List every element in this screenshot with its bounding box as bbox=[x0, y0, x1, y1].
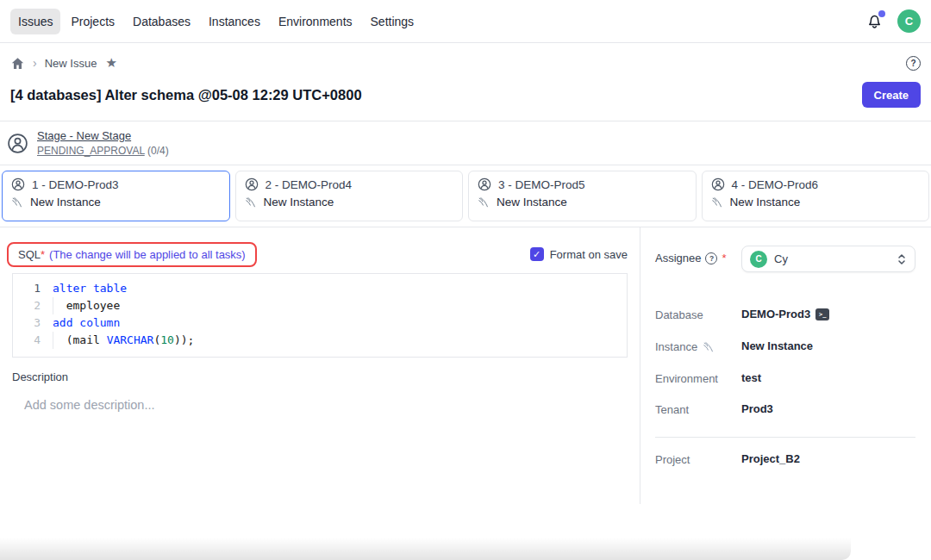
db-engine-icon bbox=[245, 196, 257, 208]
assignee-avatar: C bbox=[750, 251, 767, 268]
description-label: Description bbox=[12, 370, 68, 383]
approver-icon bbox=[711, 177, 725, 191]
environment-label: Environment bbox=[655, 372, 718, 385]
stage-section: Stage - New Stage PENDING_APPROVAL (0/4) bbox=[0, 121, 931, 165]
help-icon[interactable]: ? bbox=[906, 56, 921, 71]
nav-item-issues[interactable]: Issues bbox=[10, 9, 60, 34]
assignee-value: Cy bbox=[774, 252, 890, 265]
code-line: 4 (mail VARCHAR(10)); bbox=[13, 332, 627, 349]
instance-label: Instance bbox=[655, 340, 715, 353]
db-engine-icon bbox=[11, 196, 23, 208]
format-on-save-label: Format on save bbox=[550, 248, 628, 261]
sql-label-annotation-box: SQL* (The change will be applied to all … bbox=[7, 242, 257, 267]
bottom-shade bbox=[0, 538, 851, 560]
select-chevrons-icon bbox=[897, 252, 907, 266]
task-title: 3 - DEMO-Prod5 bbox=[498, 178, 585, 191]
task-subtitle: New Instance bbox=[30, 196, 101, 208]
code-line: 2 employee bbox=[13, 297, 627, 314]
environment-value: test bbox=[741, 371, 761, 384]
panel-hr bbox=[655, 437, 915, 438]
db-engine-icon bbox=[703, 341, 715, 353]
breadcrumb-current[interactable]: New Issue bbox=[45, 57, 97, 70]
assignee-label: Assignee bbox=[655, 252, 701, 264]
approver-icon bbox=[7, 133, 28, 154]
required-asterisk: * bbox=[722, 252, 726, 264]
required-asterisk: * bbox=[41, 248, 45, 261]
app-window: Issues Projects Databases Instances Envi… bbox=[0, 0, 931, 560]
create-button[interactable]: Create bbox=[862, 82, 921, 108]
sql-editor[interactable]: 1 alter table 2 employee 3 add column 4 … bbox=[12, 273, 628, 358]
breadcrumb: › New Issue ★ ? bbox=[0, 43, 931, 83]
task-title: 4 - DEMO-Prod6 bbox=[732, 178, 819, 191]
project-label: Project bbox=[655, 453, 690, 466]
stage-status[interactable]: PENDING_APPROVAL bbox=[37, 145, 145, 157]
db-engine-icon bbox=[711, 196, 723, 208]
stage-link[interactable]: Stage - New Stage bbox=[37, 129, 169, 142]
home-icon[interactable] bbox=[10, 56, 25, 71]
task-tab-list: 1 - DEMO-Prod3 New Instance 2 - DEMO-Pro… bbox=[0, 165, 931, 227]
line-number: 1 bbox=[13, 280, 53, 297]
notification-dot bbox=[878, 10, 885, 17]
task-title: 2 - DEMO-Prod4 bbox=[266, 178, 353, 191]
line-number: 4 bbox=[13, 332, 53, 349]
sql-console-icon[interactable]: >_ bbox=[815, 308, 829, 320]
task-title: 1 - DEMO-Prod3 bbox=[32, 178, 119, 191]
code-line: 1 alter table bbox=[13, 280, 627, 297]
user-avatar[interactable]: C bbox=[897, 9, 921, 33]
code-line: 3 add column bbox=[13, 314, 627, 332]
top-navbar: Issues Projects Databases Instances Envi… bbox=[0, 0, 931, 43]
task-card-2[interactable]: 2 - DEMO-Prod4 New Instance bbox=[235, 171, 464, 221]
approver-icon bbox=[11, 177, 25, 191]
breadcrumb-separator: › bbox=[33, 56, 37, 70]
db-engine-icon bbox=[478, 196, 490, 208]
panel-divider bbox=[640, 227, 640, 504]
divider bbox=[0, 227, 931, 227]
nav-item-settings[interactable]: Settings bbox=[363, 9, 422, 34]
assignee-select[interactable]: C Cy bbox=[741, 246, 915, 272]
description-input[interactable]: Add some description... bbox=[24, 398, 155, 412]
instance-value: New Instance bbox=[741, 339, 813, 352]
main-nav: Issues Projects Databases Instances Envi… bbox=[10, 9, 422, 34]
nav-item-environments[interactable]: Environments bbox=[271, 9, 360, 34]
tenant-value: Prod3 bbox=[741, 402, 773, 415]
format-on-save-checkbox[interactable]: ✓ bbox=[530, 247, 544, 261]
assignee-help-icon[interactable]: ? bbox=[705, 252, 717, 264]
nav-item-projects[interactable]: Projects bbox=[63, 9, 122, 34]
tenant-label: Tenant bbox=[655, 403, 689, 416]
approver-icon bbox=[478, 177, 491, 191]
sql-label: SQL* bbox=[18, 248, 45, 261]
sql-note: (The change will be applied to all tasks… bbox=[49, 248, 246, 261]
nav-item-instances[interactable]: Instances bbox=[201, 9, 268, 34]
line-number: 3 bbox=[13, 314, 53, 332]
project-value[interactable]: Project_B2 bbox=[741, 452, 800, 465]
nav-item-databases[interactable]: Databases bbox=[125, 9, 198, 34]
task-card-3[interactable]: 3 - DEMO-Prod5 New Instance bbox=[468, 171, 697, 221]
line-number: 2 bbox=[13, 297, 53, 314]
notification-bell-icon[interactable] bbox=[864, 11, 884, 32]
task-subtitle: New Instance bbox=[264, 196, 334, 208]
approver-icon bbox=[245, 177, 259, 191]
task-card-1[interactable]: 1 - DEMO-Prod3 New Instance bbox=[2, 171, 230, 221]
task-subtitle: New Instance bbox=[497, 196, 567, 208]
task-card-4[interactable]: 4 - DEMO-Prod6 New Instance bbox=[702, 171, 930, 221]
database-label: Database bbox=[655, 308, 703, 321]
database-value[interactable]: DEMO-Prod3 >_ bbox=[741, 308, 829, 320]
page-title: [4 databases] Alter schema @05-08 12:29 … bbox=[10, 87, 362, 103]
favorite-star-icon[interactable]: ★ bbox=[105, 55, 116, 71]
stage-progress: (0/4) bbox=[145, 145, 169, 157]
task-subtitle: New Instance bbox=[730, 196, 801, 208]
